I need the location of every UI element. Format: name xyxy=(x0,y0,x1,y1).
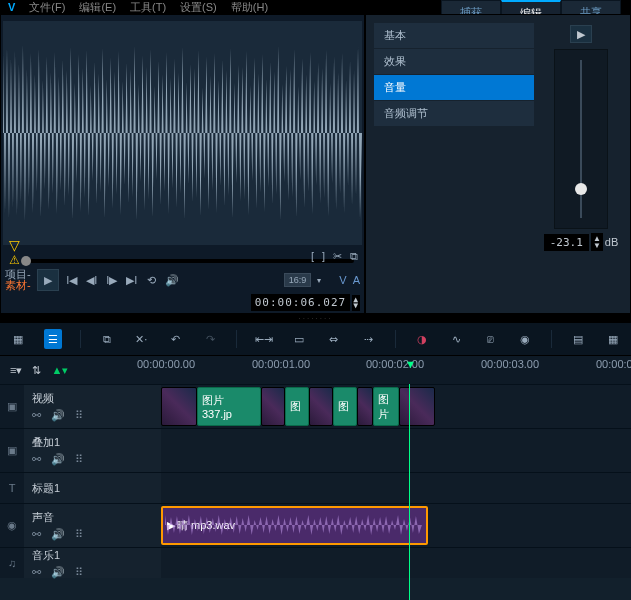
play-button[interactable]: ▶ xyxy=(37,269,59,291)
track-header[interactable]: 音乐1⚯🔊⠿ xyxy=(24,548,161,578)
in-marker-icon[interactable]: ▽ xyxy=(9,237,20,253)
track-header[interactable]: 叠加1⚯🔊⠿ xyxy=(24,429,161,472)
undo-icon[interactable]: ↶ xyxy=(167,329,183,349)
camera-icon[interactable]: ▣ xyxy=(0,385,24,428)
menu-edit[interactable]: 编辑(E) xyxy=(79,0,116,15)
loop-icon[interactable]: ⟲ xyxy=(145,274,159,287)
grid-icon[interactable]: ▦ xyxy=(605,329,621,349)
panel-icon[interactable]: ▤ xyxy=(570,329,586,349)
aspect-badge[interactable]: 16:9 xyxy=(284,273,312,287)
prop-volume[interactable]: 音量 xyxy=(374,75,534,100)
color-icon[interactable]: ◑ xyxy=(413,329,429,349)
goto-start-icon[interactable]: I◀ xyxy=(65,274,79,287)
clip-thumb[interactable] xyxy=(161,387,197,426)
volume-spinner[interactable]: ▲▼ xyxy=(591,233,603,251)
mute-icon[interactable]: 🔊 xyxy=(51,453,65,466)
aspect-dropdown-icon[interactable]: ▾ xyxy=(317,276,321,285)
bracket-open-icon[interactable]: [ xyxy=(311,250,314,263)
insert-icon[interactable]: ⇢ xyxy=(360,329,376,349)
volume-slider[interactable] xyxy=(554,49,608,229)
clip-img[interactable]: 图 xyxy=(285,387,309,426)
warning-icon: ⚠ xyxy=(9,253,20,267)
track-lane[interactable]: 图片 337.jp图图图片 xyxy=(161,385,631,428)
clip-audio[interactable]: ▶晴 mp3.wav xyxy=(161,506,428,545)
text-icon[interactable]: T xyxy=(0,473,24,503)
link-icon[interactable]: ⚯ xyxy=(32,528,41,541)
replace-icon[interactable]: ⧉ xyxy=(98,329,114,349)
camera-icon[interactable]: ▣ xyxy=(0,429,24,472)
preview-play-button[interactable]: ▶ xyxy=(570,25,592,43)
track-icons: ⚯🔊⠿ xyxy=(32,528,153,541)
timecode-spinner[interactable]: ▲▼ xyxy=(352,295,360,311)
add-track-icon[interactable]: ▲▾ xyxy=(51,364,68,377)
fx-menu-icon[interactable]: ⠿ xyxy=(75,409,83,422)
track-lane[interactable] xyxy=(161,548,631,578)
track-lane[interactable] xyxy=(161,473,631,503)
tools-icon[interactable]: ✕· xyxy=(133,329,149,349)
marker-icon[interactable]: ⇔ xyxy=(326,329,342,349)
menu-help[interactable]: 帮助(H) xyxy=(231,0,268,15)
bracket-close-icon[interactable]: ] xyxy=(322,250,325,263)
fx-menu-icon[interactable]: ⠿ xyxy=(75,566,83,579)
frame-fwd-icon[interactable]: I▶ xyxy=(105,274,119,287)
a-letter[interactable]: A xyxy=(353,274,360,286)
mixer-icon[interactable]: ⎚ xyxy=(482,329,498,349)
list-icon[interactable]: ≡▾ xyxy=(10,364,22,377)
redo-icon[interactable]: ↷ xyxy=(202,329,218,349)
clip-thumb[interactable] xyxy=(261,387,285,426)
goto-end-icon[interactable]: ▶I xyxy=(125,274,139,287)
mute-icon[interactable]: 🔊 xyxy=(51,566,65,579)
clip-label: 图片 xyxy=(378,392,394,422)
menu-tools[interactable]: 工具(T) xyxy=(130,0,166,15)
timeline-icon[interactable]: ☰ xyxy=(44,329,61,349)
collapse-icon[interactable]: ⇅ xyxy=(32,364,41,377)
playhead-line[interactable] xyxy=(409,384,410,600)
time-ruler[interactable]: 00:00:00.00 00:00:01.00 00:00:02.00 00:0… xyxy=(137,356,631,384)
playhead-marker[interactable]: ▼ xyxy=(405,358,415,368)
clip-img[interactable]: 图 xyxy=(333,387,357,426)
link-icon[interactable]: ⚯ xyxy=(32,566,41,579)
timecode-display[interactable]: 00:00:06.027 xyxy=(251,294,350,311)
audio-wave-icon[interactable]: ∿ xyxy=(448,329,464,349)
storyboard-icon[interactable]: ▦ xyxy=(10,329,26,349)
waveform-display[interactable] xyxy=(3,21,362,245)
scrub-handle[interactable] xyxy=(21,256,31,266)
track-lane[interactable] xyxy=(161,429,631,472)
menu-settings[interactable]: 设置(S) xyxy=(180,0,217,15)
track-lane[interactable]: ▶晴 mp3.wav xyxy=(161,504,631,547)
track-header[interactable]: 标题1 xyxy=(24,473,161,503)
clip-img[interactable]: 图片 337.jp xyxy=(197,387,261,426)
scrub-bar[interactable] xyxy=(21,259,354,263)
link-icon[interactable]: ⚯ xyxy=(32,453,41,466)
material-label[interactable]: 素材- xyxy=(5,280,31,291)
fx-icon[interactable]: ◉ xyxy=(517,329,533,349)
clip-img[interactable]: 图片 xyxy=(373,387,399,426)
frame-back-icon[interactable]: ◀I xyxy=(85,274,99,287)
app-logo: V xyxy=(8,1,15,13)
fx-menu-icon[interactable]: ⠿ xyxy=(75,528,83,541)
prop-audio-adjust[interactable]: 音频调节 xyxy=(374,101,534,126)
fx-menu-icon[interactable]: ⠿ xyxy=(75,453,83,466)
pane-divider[interactable]: ∙∙∙∙∙∙∙∙ xyxy=(0,314,631,322)
track-header[interactable]: 视频⚯🔊⠿ xyxy=(24,385,161,428)
prop-basic[interactable]: 基本 xyxy=(374,23,534,48)
mute-icon[interactable]: 🔊 xyxy=(51,409,65,422)
monitor-icon[interactable]: ▭ xyxy=(291,329,307,349)
mic-icon[interactable]: ◉ xyxy=(0,504,24,547)
volume-icon[interactable]: 🔊 xyxy=(165,274,179,287)
v-letter[interactable]: V xyxy=(339,274,346,286)
menu-file[interactable]: 文件(F) xyxy=(29,0,65,15)
mute-icon[interactable]: 🔊 xyxy=(51,528,65,541)
clip-thumb[interactable] xyxy=(357,387,373,426)
track-header[interactable]: 声音⚯🔊⠿ xyxy=(24,504,161,547)
clip-thumb[interactable] xyxy=(309,387,333,426)
volume-thumb[interactable] xyxy=(575,183,587,195)
clip-thumb[interactable] xyxy=(399,387,435,426)
music-icon[interactable]: ♫ xyxy=(0,548,24,578)
link-icon[interactable]: ⚯ xyxy=(32,409,41,422)
volume-readout: -23.1 xyxy=(544,234,589,251)
fit-icon[interactable]: ⇤⇥ xyxy=(255,329,273,349)
copy-icon[interactable]: ⧉ xyxy=(350,250,358,263)
scissors-icon[interactable]: ✂ xyxy=(333,250,342,263)
prop-effect[interactable]: 效果 xyxy=(374,49,534,74)
